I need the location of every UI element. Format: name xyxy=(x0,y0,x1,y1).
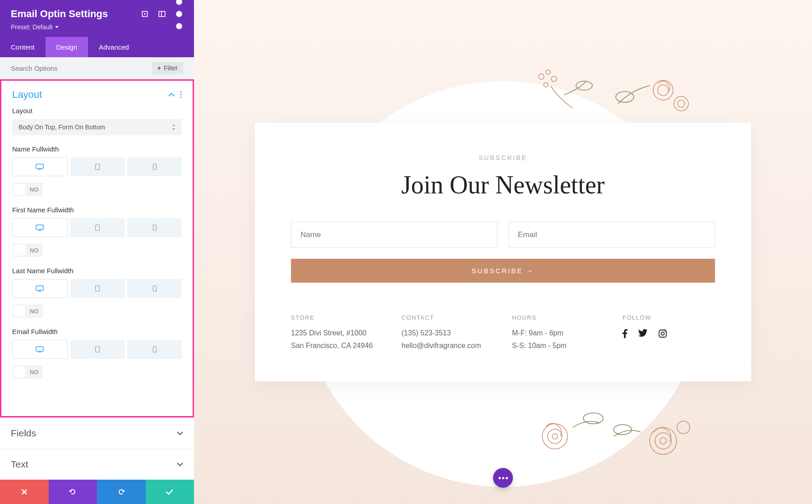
preset-selector[interactable]: Preset: Default xyxy=(11,23,183,31)
svg-rect-14 xyxy=(36,225,43,229)
section-more-icon[interactable] xyxy=(180,91,182,98)
facebook-icon[interactable] xyxy=(623,329,627,338)
svg-rect-12 xyxy=(96,164,100,170)
redo-button[interactable] xyxy=(97,480,146,504)
section-title-layout[interactable]: Layout xyxy=(12,89,42,101)
svg-rect-16 xyxy=(96,225,100,230)
desktop-tab[interactable] xyxy=(12,157,68,176)
svg-point-1 xyxy=(144,13,145,14)
more-icon[interactable] xyxy=(175,10,183,18)
svg-point-26 xyxy=(539,74,544,79)
desktop-tab[interactable] xyxy=(12,340,68,359)
phone-tab[interactable] xyxy=(127,157,182,176)
svg-rect-2 xyxy=(159,11,165,16)
svg-point-27 xyxy=(546,70,550,74)
svg-rect-17 xyxy=(153,225,156,230)
newsletter-title: Join Our Newsletter xyxy=(291,170,715,199)
save-button[interactable] xyxy=(146,480,194,504)
chevron-up-icon[interactable] xyxy=(168,93,175,96)
field-label: Email Fullwidth xyxy=(12,328,182,335)
search-row: + Filter xyxy=(0,57,194,79)
instagram-icon[interactable] xyxy=(658,329,667,338)
svg-point-6 xyxy=(176,23,182,29)
svg-point-33 xyxy=(658,85,669,96)
svg-point-4 xyxy=(176,0,182,5)
svg-point-32 xyxy=(653,80,673,100)
field-label: First Name Fullwidth xyxy=(12,206,182,214)
svg-rect-22 xyxy=(36,347,43,351)
desktop-tab[interactable] xyxy=(12,279,68,298)
svg-point-30 xyxy=(576,81,592,90)
footer-store: STORE 1235 Divi Street, #1000 San Franci… xyxy=(291,314,383,354)
svg-point-36 xyxy=(542,424,567,449)
svg-point-41 xyxy=(650,427,677,454)
fab-button[interactable] xyxy=(493,468,513,488)
svg-rect-20 xyxy=(96,286,100,291)
tab-content[interactable]: Content xyxy=(0,37,46,57)
collapsed-section[interactable]: Text xyxy=(0,449,194,480)
flower-decoration-br xyxy=(604,391,704,481)
svg-point-9 xyxy=(180,97,182,98)
tab-advanced[interactable]: Advanced xyxy=(88,37,140,57)
collapsed-section[interactable]: Fields xyxy=(0,417,194,449)
svg-point-39 xyxy=(583,413,603,424)
svg-rect-18 xyxy=(36,286,43,290)
phone-tab[interactable] xyxy=(127,340,182,359)
svg-point-28 xyxy=(551,76,557,82)
svg-point-8 xyxy=(180,94,182,96)
fullwidth-toggle[interactable]: NO xyxy=(12,243,43,257)
svg-point-7 xyxy=(180,92,182,93)
svg-point-38 xyxy=(552,434,558,439)
svg-point-31 xyxy=(616,92,634,102)
close-button[interactable] xyxy=(0,480,49,504)
field-label: Name Fullwidth xyxy=(12,145,182,153)
fullwidth-toggle[interactable]: NO xyxy=(12,304,43,318)
svg-point-29 xyxy=(544,82,548,87)
search-input[interactable] xyxy=(11,64,152,72)
svg-point-40 xyxy=(614,425,632,435)
tablet-tab[interactable] xyxy=(70,279,125,298)
svg-point-44 xyxy=(677,421,690,434)
desktop-tab[interactable] xyxy=(12,218,68,237)
newsletter-card: SUBSCRIBE Join Our Newsletter SUBSCRIBE … xyxy=(255,123,751,381)
svg-point-43 xyxy=(660,438,666,444)
field-label: Last Name Fullwidth xyxy=(12,267,182,275)
phone-tab[interactable] xyxy=(127,218,182,237)
preview-canvas: SUBSCRIBE Join Our Newsletter SUBSCRIBE … xyxy=(194,0,812,504)
tablet-tab[interactable] xyxy=(70,340,125,359)
undo-button[interactable] xyxy=(49,480,97,504)
panel-icon[interactable] xyxy=(158,10,166,18)
svg-rect-10 xyxy=(36,164,43,169)
email-input[interactable] xyxy=(508,222,715,248)
settings-tabs: Content Design Advanced xyxy=(0,37,194,57)
svg-point-37 xyxy=(548,429,562,444)
layout-label: Layout xyxy=(12,107,182,115)
twitter-icon[interactable] xyxy=(638,329,647,338)
filter-button[interactable]: + Filter xyxy=(152,62,183,74)
svg-point-46 xyxy=(661,332,664,335)
layout-section-highlight: Layout Layout Body On Top, Form On Botto… xyxy=(0,79,194,417)
tablet-tab[interactable] xyxy=(70,218,125,237)
phone-tab[interactable] xyxy=(127,279,182,298)
footer-follow: FOLLOW xyxy=(623,314,715,354)
sidebar-title: Email Optin Settings xyxy=(11,8,108,20)
svg-point-35 xyxy=(678,100,685,107)
svg-rect-13 xyxy=(153,164,156,170)
svg-point-34 xyxy=(674,96,688,111)
fullwidth-toggle[interactable]: NO xyxy=(12,183,43,196)
flower-decoration-bl xyxy=(519,391,618,481)
svg-point-42 xyxy=(655,433,671,449)
tablet-tab[interactable] xyxy=(70,157,125,176)
svg-rect-21 xyxy=(153,286,156,291)
name-input[interactable] xyxy=(291,222,498,248)
footer-hours: HOURS M-F: 9am - 6pm S-S: 10am - 5pm xyxy=(512,314,604,354)
subscribe-label: SUBSCRIBE xyxy=(291,154,715,161)
layout-select[interactable]: Body On Top, Form On Bottom xyxy=(12,119,182,135)
svg-rect-24 xyxy=(96,347,100,352)
fullwidth-toggle[interactable]: NO xyxy=(12,365,43,379)
tab-design[interactable]: Design xyxy=(46,37,88,57)
settings-sidebar: Email Optin Settings Preset: Default Con… xyxy=(0,0,194,504)
footer-contact: CONTACT (135) 523-3513 hello@divifragran… xyxy=(401,314,494,354)
subscribe-button[interactable]: SUBSCRIBE → xyxy=(291,259,715,283)
expand-icon[interactable] xyxy=(141,10,149,18)
